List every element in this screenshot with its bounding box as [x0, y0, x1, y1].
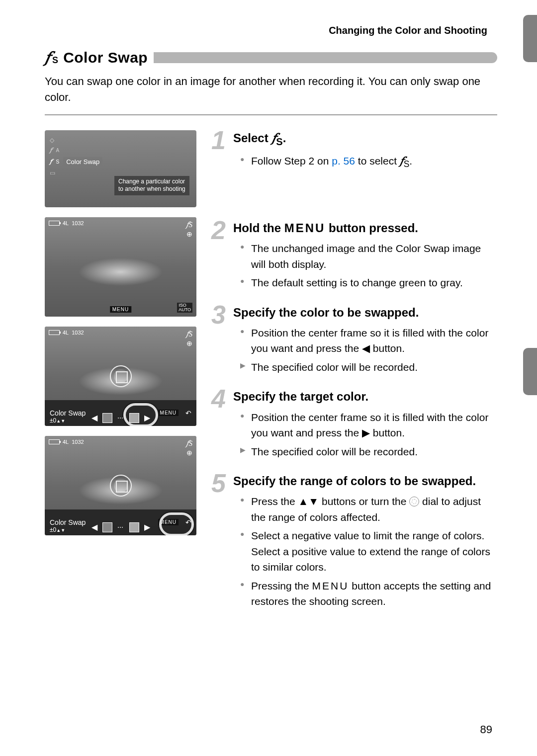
- bullet: Select a negative value to limit the ran…: [240, 528, 497, 575]
- lcd-screenshot-swap-target: 4L1032 𝑓S ⊕ Color Swap MENU ↶ ±0▲▼ ◀ ⋯ ▶: [45, 436, 196, 535]
- bullet: Position the center frame so it is fille…: [240, 325, 497, 356]
- section-title-row: 𝑓 S Color Swap: [45, 49, 497, 66]
- dial-icon: [409, 497, 419, 506]
- step-title: Specify the range of colors to be swappe…: [233, 473, 497, 489]
- highlight-ring: [159, 512, 194, 535]
- step-number: 1: [211, 125, 224, 155]
- running-header: Changing the Color and Shooting: [45, 25, 497, 36]
- divider: [45, 114, 497, 115]
- menu-button-label: MENU: [312, 580, 349, 591]
- hud-menu-tag: MENU: [110, 306, 131, 313]
- page-edge-tab-mid: [523, 348, 537, 395]
- up-down-arrows-icon: ▲▼: [298, 496, 319, 507]
- center-frame-icon: [110, 365, 132, 387]
- step-title: Select 𝑓S.: [233, 130, 497, 148]
- step-3: 3 Specify the color to be swapped. Posit…: [211, 305, 497, 375]
- bullet: The unchanged image and the Color Swap i…: [240, 241, 497, 272]
- source-swatch: [102, 413, 112, 423]
- step-4: 4 Specify the target color. Position the…: [211, 389, 497, 459]
- step-2: 2 Hold the MENU button pressed. The unch…: [211, 220, 497, 291]
- hud-iso: ISO AUTO: [177, 303, 192, 313]
- section-title: Color Swap: [63, 49, 148, 66]
- battery-icon: [49, 221, 60, 226]
- color-swap-mode-icon: 𝑓: [45, 49, 50, 66]
- screenshot-column: ◇ 𝑓A 𝑓S Color Swap ▭ Change a particular…: [45, 130, 196, 612]
- step-number: 4: [211, 384, 224, 414]
- hud-mode-icon: 𝑓S: [186, 220, 192, 229]
- bullet: Press the ▲▼ buttons or turn the dial to…: [240, 494, 497, 525]
- lcd-screenshot-liveview: 4L 1032 𝑓S ⊕ ISO AUTO MENU: [45, 217, 196, 317]
- left-arrow-icon: ◀: [362, 342, 370, 354]
- result-bullet: The specified color will be recorded.: [240, 444, 497, 460]
- step-number: 2: [211, 215, 224, 245]
- hud-target-icon: ⊕: [186, 230, 192, 238]
- lcd-screenshot-mode-menu: ◇ 𝑓A 𝑓S Color Swap ▭ Change a particular…: [45, 130, 196, 207]
- mode-label: Color Swap: [63, 157, 102, 167]
- left-arrow-icon: ◀: [91, 413, 97, 422]
- step-1: 1 Select 𝑓S. Follow Step 2 on p. 56 to s…: [211, 130, 497, 170]
- bullet: The default setting is to change green t…: [240, 275, 497, 291]
- bullet: Position the center frame so it is fille…: [240, 410, 497, 441]
- hud-top-left: 4L 1032: [49, 220, 84, 226]
- bullet: Pressing the MENU button accepts the set…: [240, 578, 497, 609]
- result-bullet: The specified color will be recorded.: [240, 359, 497, 375]
- menu-button-label: MENU: [284, 221, 326, 235]
- content-columns: ◇ 𝑓A 𝑓S Color Swap ▭ Change a particular…: [45, 130, 497, 612]
- mode-icon: 𝑓: [271, 132, 276, 145]
- page-edge-tab-top: [523, 15, 537, 62]
- step-title: Specify the target color.: [233, 389, 497, 404]
- intro-paragraph: You can swap one color in an image for a…: [45, 74, 497, 105]
- bullet: Follow Step 2 on p. 56 to select 𝑓S.: [240, 153, 497, 170]
- color-swap-mode-icon-sub: S: [52, 55, 58, 66]
- page-number: 89: [480, 723, 492, 736]
- steps-column: 1 Select 𝑓S. Follow Step 2 on p. 56 to s…: [211, 130, 497, 612]
- page-link[interactable]: p. 56: [332, 155, 355, 167]
- step-number: 5: [211, 468, 224, 498]
- mode-description: Change a particular color to another whe…: [114, 176, 189, 195]
- step-title: Specify the color to be swapped.: [233, 305, 497, 320]
- step-5: 5 Specify the range of colors to be swap…: [211, 473, 497, 609]
- lcd-screenshot-swap-source: 4L1032 𝑓S ⊕ Color Swap MENU ↶ ±0▲▼ ◀ ⋯ ▶: [45, 327, 196, 426]
- right-arrow-icon: ▶: [362, 427, 370, 438]
- section-label: Changing the Color and Shooting: [329, 25, 487, 36]
- highlight-ring: [123, 403, 158, 426]
- step-number: 3: [211, 300, 224, 330]
- title-decor-bar: [154, 52, 497, 63]
- step-title: Hold the MENU button pressed.: [233, 220, 497, 236]
